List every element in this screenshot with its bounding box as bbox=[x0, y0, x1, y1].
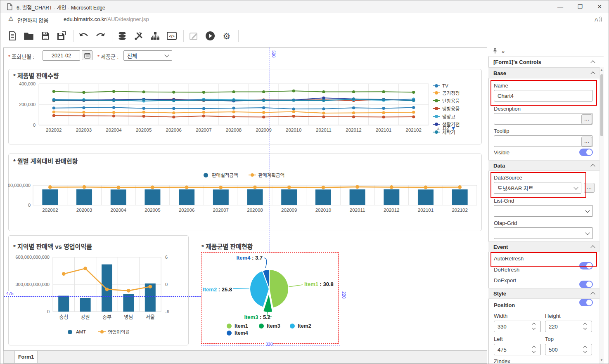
autorefresh-toggle[interactable] bbox=[579, 262, 593, 269]
y-tick-label: 0 bbox=[33, 123, 36, 128]
legend-item: Item3 bbox=[259, 323, 280, 329]
data-point bbox=[82, 99, 85, 102]
undo-icon[interactable] bbox=[78, 30, 90, 42]
chart1-legend-pager[interactable]: ▲1/2▼ bbox=[436, 125, 456, 131]
data-point bbox=[142, 107, 145, 110]
x-tick-label: 202009 bbox=[281, 208, 297, 213]
panel-header[interactable]: [Form1]'s Controls bbox=[488, 57, 600, 68]
data-point bbox=[292, 99, 295, 102]
y-tick-label: 300,000,000,000 bbox=[15, 282, 50, 287]
bar bbox=[42, 189, 58, 205]
address-url[interactable]: edu.bimatrix.co.kr/AUD/designer.jsp bbox=[64, 16, 149, 22]
guide-width-label: 330 bbox=[265, 342, 273, 347]
legend-label: Item3 bbox=[267, 323, 280, 329]
chevron-down-icon bbox=[573, 185, 578, 189]
bar bbox=[111, 189, 126, 205]
read-aloud-icon[interactable]: A bbox=[594, 16, 602, 23]
chevron-up-icon bbox=[590, 164, 595, 168]
description-more-button[interactable]: … bbox=[581, 114, 592, 124]
listgrid-select[interactable] bbox=[494, 205, 593, 217]
calendar-button[interactable] bbox=[82, 50, 92, 60]
hierarchy-icon[interactable] bbox=[149, 30, 161, 42]
build-tools-icon[interactable] bbox=[133, 30, 145, 42]
data-point bbox=[142, 111, 145, 113]
datasource-more-button[interactable]: … bbox=[584, 183, 595, 193]
collapse-panel-icon[interactable]: » bbox=[502, 48, 505, 54]
tooltip-more-button[interactable]: … bbox=[581, 137, 592, 147]
new-document-icon[interactable] bbox=[7, 30, 18, 42]
date-input[interactable] bbox=[43, 50, 80, 61]
width-label: Width bbox=[494, 313, 507, 319]
data-point bbox=[48, 185, 52, 189]
form-tab-bar: Form1 bbox=[3, 351, 487, 364]
legend-page-number: 1/2 bbox=[442, 125, 449, 131]
data-point bbox=[83, 267, 87, 270]
data-point bbox=[112, 90, 115, 93]
data-point bbox=[412, 111, 415, 113]
data-point bbox=[292, 107, 295, 110]
page-icon bbox=[7, 3, 13, 10]
x-tick-label: 202002 bbox=[46, 128, 62, 132]
data-point bbox=[105, 288, 109, 291]
maximize-button[interactable]: ❐ bbox=[572, 1, 588, 12]
minimize-button[interactable]: — bbox=[552, 1, 569, 12]
description-input[interactable] bbox=[494, 113, 593, 125]
source-code-icon[interactable]: </> bbox=[166, 30, 178, 42]
chevron-down-icon bbox=[585, 230, 590, 235]
save-as-icon[interactable] bbox=[56, 30, 68, 42]
security-warning-text[interactable]: 안전하지 않음 bbox=[17, 16, 48, 24]
security-warning-icon: ⚠ bbox=[8, 15, 14, 22]
bar bbox=[123, 294, 134, 312]
run-icon[interactable] bbox=[204, 30, 216, 42]
form1-tab[interactable]: Form1 bbox=[14, 351, 38, 363]
data-point bbox=[292, 115, 295, 118]
category-select[interactable]: 전체 bbox=[123, 50, 172, 61]
datasource-value: 도넛&BAR 차트 bbox=[498, 184, 574, 192]
settings-icon[interactable]: ⚙ bbox=[221, 30, 232, 42]
legend-marker bbox=[433, 107, 440, 110]
date-filter-label: *조회년월 : bbox=[8, 52, 34, 60]
legend-item: Item4 bbox=[227, 330, 248, 336]
name-input[interactable] bbox=[494, 90, 593, 102]
doexport-toggle[interactable] bbox=[579, 299, 593, 306]
x-tick-label: 202008 bbox=[247, 208, 263, 213]
redo-icon[interactable] bbox=[95, 30, 106, 42]
section-style[interactable]: Style bbox=[488, 288, 600, 299]
close-button[interactable]: ✕ bbox=[591, 1, 608, 12]
legend-marker bbox=[290, 324, 295, 329]
chevron-down-icon bbox=[164, 52, 169, 57]
legend-marker bbox=[433, 99, 440, 102]
data-point bbox=[382, 116, 385, 118]
bar bbox=[452, 189, 468, 205]
data-point bbox=[232, 99, 235, 102]
scroll-up-icon[interactable]: ▲ bbox=[600, 67, 604, 73]
data-point bbox=[52, 106, 55, 109]
tooltip-input[interactable] bbox=[494, 135, 593, 147]
description-label: Description bbox=[494, 106, 521, 112]
height-label: Height bbox=[545, 313, 561, 319]
pin-icon[interactable] bbox=[493, 48, 498, 54]
olapgrid-select[interactable] bbox=[494, 227, 593, 239]
database-icon[interactable] bbox=[116, 30, 128, 42]
visible-toggle[interactable] bbox=[579, 149, 593, 156]
guide-top-label: 500 bbox=[271, 50, 277, 58]
open-folder-icon[interactable] bbox=[23, 30, 35, 42]
x-tick-label: 202102 bbox=[406, 128, 422, 132]
x-tick-label: 202010 bbox=[315, 208, 331, 213]
section-data[interactable]: Data bbox=[488, 160, 600, 171]
y2-tick-label: -6 bbox=[165, 309, 169, 314]
legend-marker bbox=[98, 330, 106, 333]
section-event[interactable]: Event bbox=[488, 241, 600, 252]
legend-page-down-icon[interactable]: ▼ bbox=[451, 125, 456, 131]
save-icon[interactable] bbox=[40, 30, 51, 42]
dorefresh-toggle[interactable] bbox=[579, 281, 593, 288]
legend-marker bbox=[433, 115, 440, 118]
section-base[interactable]: Base bbox=[488, 68, 600, 78]
legend-page-up-icon[interactable]: ▲ bbox=[436, 126, 441, 131]
scroll-down-icon[interactable]: ▼ bbox=[600, 357, 604, 363]
scrollbar-thumb[interactable] bbox=[600, 74, 603, 136]
data-point bbox=[82, 91, 85, 94]
divider bbox=[73, 30, 74, 42]
datasource-select[interactable]: 도넛&BAR 차트 bbox=[494, 182, 581, 194]
legend-item: TV bbox=[433, 83, 478, 88]
